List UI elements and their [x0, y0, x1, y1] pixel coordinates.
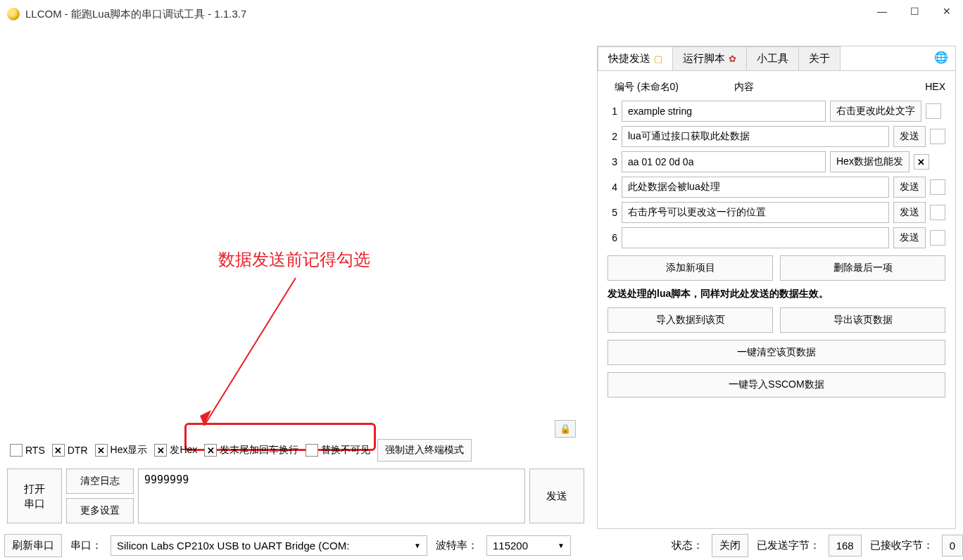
baud-label: 波特率： [433, 539, 481, 552]
replace-invisible-label: 替换不可见 [321, 444, 370, 457]
quick-row-content[interactable] [622, 151, 826, 172]
quick-row: 5发送 [608, 202, 945, 223]
quick-note: 发送处理的lua脚本，同样对此处发送的数据生效。 [608, 288, 945, 300]
chevron-down-icon: ▼ [414, 542, 421, 549]
terminal-mode-button[interactable]: 强制进入终端模式 [377, 439, 472, 462]
refresh-ports-button[interactable]: 刷新串口 [4, 534, 62, 557]
baud-value: 115200 [493, 540, 528, 552]
quick-row-hex-checkbox[interactable] [930, 179, 945, 195]
status-bar: 刷新串口 串口： Silicon Labs CP210x USB to UART… [4, 532, 963, 559]
quick-row-index[interactable]: 1 [608, 106, 617, 117]
open-port-button[interactable]: 打开 串口 [7, 469, 62, 523]
quick-row-action[interactable]: Hex数据也能发 [830, 151, 910, 172]
quick-row-index[interactable]: 6 [608, 232, 617, 243]
quick-row-content[interactable] [622, 227, 889, 248]
tab-tools[interactable]: 小工具 [746, 46, 799, 70]
clear-page-button[interactable]: 一键清空该页数据 [608, 340, 945, 365]
send-hex-checkbox[interactable] [154, 444, 167, 457]
annotation-text: 数据发送前记得勾选 [218, 248, 370, 271]
port-label: 串口： [68, 539, 105, 552]
close-button[interactable]: ✕ [931, 0, 963, 23]
tab-run-script-label: 运行脚本 [683, 52, 725, 65]
quick-row-content[interactable] [622, 126, 889, 147]
more-settings-button[interactable]: 更多设置 [66, 498, 134, 523]
tab-about-label: 关于 [809, 52, 830, 65]
quick-send-panel: 编号 (未命名0) 内容 HEX 1右击更改此处文字2发送3Hex数据也能发4发… [598, 71, 955, 407]
quick-row: 1右击更改此处文字 [608, 101, 945, 122]
quick-row-content[interactable] [622, 202, 889, 223]
send-input[interactable] [138, 469, 525, 523]
add-item-button[interactable]: 添加新项目 [608, 255, 773, 281]
baud-select[interactable]: 115200 ▼ [486, 535, 571, 556]
recv-label: 已接收字节： [867, 539, 936, 552]
dtr-label: DTR [68, 445, 88, 456]
state-value: 关闭 [712, 534, 748, 557]
rts-checkbox[interactable] [10, 444, 23, 457]
quick-row-action[interactable]: 发送 [893, 202, 926, 223]
svg-line-0 [204, 278, 296, 426]
port-select[interactable]: Silicon Labs CP210x USB to UART Bridge (… [111, 535, 427, 556]
quick-row-index[interactable]: 4 [608, 182, 617, 193]
annotation-arrow [190, 271, 310, 433]
tab-run-script[interactable]: 运行脚本 ✿ [672, 46, 747, 70]
titlebar: LLCOM - 能跑Lua脚本的串口调试工具 - 1.1.3.7 — ☐ ✕ [0, 0, 963, 28]
delete-last-button[interactable]: 删除最后一项 [780, 255, 945, 281]
rts-label: RTS [25, 445, 45, 456]
chevron-down-icon: ▼ [558, 542, 565, 549]
replace-invisible-checkbox[interactable] [306, 444, 318, 457]
quick-row-hex-checkbox[interactable] [930, 129, 945, 144]
dtr-checkbox[interactable] [52, 444, 65, 457]
quick-row-content[interactable] [622, 101, 826, 122]
note-icon: ▢ [654, 53, 662, 64]
right-panel: 快捷发送 ▢ 运行脚本 ✿ 小工具 关于 🌐 编号 (未命名0) 内容 HEX [597, 46, 956, 529]
quick-row-content[interactable] [622, 177, 889, 198]
tab-about[interactable]: 关于 [798, 46, 841, 70]
window-title: LLCOM - 能跑Lua脚本的串口调试工具 - 1.1.3.7 [25, 8, 246, 21]
send-hex-label: 发Hex [170, 444, 197, 457]
quick-header-content: 内容 [706, 81, 917, 94]
quick-row-action[interactable]: 发送 [893, 177, 926, 198]
hex-display-checkbox[interactable] [95, 444, 108, 457]
quick-row-hex-checkbox[interactable] [930, 205, 945, 220]
options-row: RTS DTR Hex显示 发Hex 发末尾加回车换行 替换不可见 强制进入终端… [10, 439, 472, 462]
sent-value: 168 [829, 535, 862, 556]
tab-quick-send-label: 快捷发送 [608, 52, 650, 65]
quick-row: 4发送 [608, 177, 945, 198]
minimize-button[interactable]: — [866, 0, 898, 23]
quick-row: 3Hex数据也能发 [608, 151, 945, 172]
quick-row-index[interactable]: 5 [608, 207, 617, 218]
recv-value: 0 [942, 535, 963, 556]
globe-icon[interactable]: 🌐 [927, 46, 955, 70]
quick-row-hex-checkbox[interactable] [930, 230, 945, 246]
send-button[interactable]: 发送 [529, 469, 584, 523]
script-icon: ✿ [729, 53, 736, 64]
export-data-button[interactable]: 导出该页数据 [780, 307, 945, 333]
state-label: 状态： [669, 539, 706, 552]
maximize-button[interactable]: ☐ [898, 0, 931, 23]
tab-tools-label: 小工具 [757, 52, 788, 65]
quick-header-hex: HEX [917, 81, 945, 94]
quick-row: 6发送 [608, 227, 945, 248]
hex-display-label: Hex显示 [111, 444, 148, 457]
quick-row-hex-checkbox[interactable] [926, 103, 941, 119]
quick-row-action[interactable]: 发送 [893, 126, 926, 147]
port-value: Silicon Labs CP210x USB to UART Bridge (… [117, 540, 349, 552]
sent-label: 已发送字节： [754, 539, 823, 552]
lock-icon[interactable]: 🔒 [555, 420, 576, 438]
quick-row-index[interactable]: 2 [608, 131, 617, 142]
quick-row-hex-checkbox[interactable] [914, 154, 929, 170]
append-crlf-label: 发末尾加回车换行 [220, 444, 298, 457]
tab-quick-send[interactable]: 快捷发送 ▢ [598, 46, 673, 70]
quick-row: 2发送 [608, 126, 945, 147]
quick-row-action[interactable]: 右击更改此处文字 [830, 101, 921, 122]
import-sscom-button[interactable]: 一键导入SSCOM数据 [608, 372, 945, 397]
log-area: 数据发送前记得勾选 🔒 RTS DTR Hex显示 发Hex 发末尾加回车换行 … [7, 46, 597, 529]
quick-row-index[interactable]: 3 [608, 156, 617, 167]
append-crlf-checkbox[interactable] [204, 444, 217, 457]
tabs: 快捷发送 ▢ 运行脚本 ✿ 小工具 关于 🌐 [598, 46, 955, 71]
clear-log-button[interactable]: 清空日志 [66, 469, 134, 494]
quick-row-action[interactable]: 发送 [893, 227, 926, 248]
import-data-button[interactable]: 导入数据到该页 [608, 307, 773, 333]
app-icon [7, 8, 20, 20]
quick-header-num: 编号 (未命名0) [615, 81, 706, 94]
